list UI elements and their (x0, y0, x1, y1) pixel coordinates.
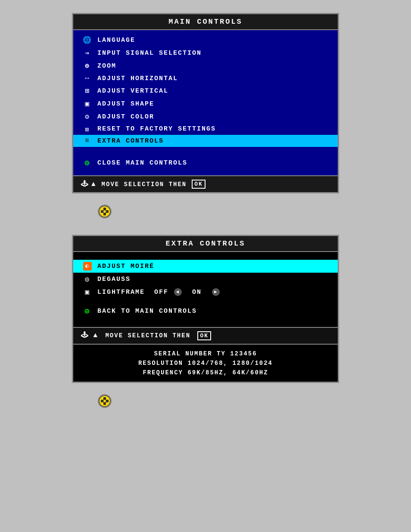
joystick-up-icon: 🕹 (81, 180, 89, 188)
input-signal-icon: ⇒ (81, 49, 94, 57)
close-main-controls-row[interactable]: ⊙ CLOSE MAIN CONTROLS (73, 155, 338, 171)
menu-item-zoom[interactable]: ⊕ ZOOM (73, 59, 338, 72)
back-to-main-row[interactable]: ⊙ BACK TO MAIN CONTROLS (73, 303, 338, 319)
close-main-label: CLOSE MAIN CONTROLS (97, 159, 187, 167)
spacer2 (73, 171, 338, 175)
reset-factory-label: RESET TO FACTORY SETTINGS (97, 125, 216, 133)
main-menu-items: 🌐 LANGUAGE ⇒ INPUT SIGNAL SELECTION ⊕ ZO… (73, 30, 338, 150)
extra-controls-footer: 🕹 ▲ MOVE SELECTION THEN OK (73, 327, 338, 344)
menu-item-adjust-horizontal[interactable]: ↔ ADJUST HORIZONTAL (73, 72, 338, 84)
extra-menu-items: ◐ ADJUST MOIRÉ ◎ DEGAUSS ▣ LIGHTFRAME OF… (73, 252, 338, 327)
input-signal-label: INPUT SIGNAL SELECTION (97, 50, 202, 57)
back-main-label: BACK TO MAIN CONTROLS (97, 308, 197, 315)
footer-joystick-icons: 🕹 ▲ (81, 332, 103, 339)
zoom-icon: ⊕ (81, 62, 94, 70)
svg-point-7 (103, 400, 106, 402)
info-section: SERIAL NUMBER TY 123456 RESOLUTION 1024/… (73, 344, 338, 382)
extra-controls-icon: ≡ (81, 137, 94, 145)
spacer-extra-top (73, 255, 338, 260)
footer-move-label2: MOVE SELECTION THEN (105, 332, 190, 339)
spacer-extra-mid (73, 299, 338, 303)
reset-factory-icon: ▤ (81, 126, 94, 133)
ok-button[interactable]: OK (192, 180, 206, 189)
frequency: FREQUENCY 69K/85HZ, 64K/60HZ (73, 368, 338, 377)
back-icon: ⊙ (81, 306, 94, 316)
adjust-vertical-label: ADJUST VERTICAL (97, 87, 168, 95)
spacer-extra-bot (73, 319, 338, 324)
menu-item-extra-controls[interactable]: ≡ EXTRA CONTROLS (73, 135, 338, 147)
lightframe-label: LIGHTFRAME OFF ◄ ON ► (97, 288, 221, 296)
adjust-moire-label: ADJUST MOIRÉ (97, 263, 154, 270)
language-icon: 🌐 (81, 36, 94, 44)
menu-item-input-signal[interactable]: ⇒ INPUT SIGNAL SELECTION (73, 47, 338, 59)
menu-item-language[interactable]: 🌐 LANGUAGE (73, 34, 338, 47)
menu-item-adjust-shape[interactable]: ▣ ADJUST SHAPE (73, 97, 338, 110)
main-controls-title: MAIN CONTROLS (73, 14, 338, 30)
serial-number: SERIAL NUMBER TY 123456 (73, 349, 338, 358)
svg-point-3 (103, 210, 106, 213)
lightframe-icon: ▣ (81, 288, 94, 296)
extra-controls-label: EXTRA CONTROLS (97, 137, 164, 145)
adjust-shape-label: ADJUST SHAPE (97, 100, 154, 108)
adjust-shape-icon: ▣ (81, 100, 94, 108)
zoom-label: ZOOM (97, 62, 116, 70)
adjust-horizontal-icon: ↔ (81, 75, 94, 82)
adjust-color-label: ADJUST COLOR (97, 113, 154, 121)
joystick-down-icon: ▲ (91, 180, 97, 188)
adjust-horizontal-label: ADJUST HORIZONTAL (97, 75, 178, 82)
spacer1 (73, 150, 338, 155)
resolution: RESOLUTION 1024/768, 1280/1024 (73, 358, 338, 368)
language-label: LANGUAGE (97, 37, 135, 44)
ok-button2[interactable]: OK (197, 331, 211, 340)
degauss-label: DEGAUSS (97, 276, 131, 283)
menu-item-adjust-color[interactable]: ⚙ ADJUST COLOR (73, 110, 338, 123)
extra-controls-title: EXTRA CONTROLS (73, 236, 338, 252)
footer-move-label: MOVE SELECTION THEN (102, 181, 187, 188)
adjust-color-icon: ⚙ (81, 112, 94, 121)
main-controls-footer: 🕹 ▲ MOVE SELECTION THEN OK (73, 175, 338, 192)
menu-item-adjust-vertical[interactable]: ⊞ ADJUST VERTICAL (73, 84, 338, 97)
main-controls-panel: MAIN CONTROLS 🌐 LANGUAGE ⇒ INPUT SIGNAL … (72, 13, 339, 193)
adjust-moire-icon: ◐ (81, 262, 94, 271)
menu-item-adjust-moire[interactable]: ◐ ADJUST MOIRÉ (73, 260, 338, 273)
menu-item-lightframe[interactable]: ▣ LIGHTFRAME OFF ◄ ON ► (73, 286, 338, 299)
joystick-ok-button[interactable] (98, 205, 112, 218)
adjust-vertical-icon: ⊞ (81, 87, 94, 95)
menu-item-reset-factory[interactable]: ▤ RESET TO FACTORY SETTINGS (73, 123, 338, 135)
joystick-ok-button2[interactable] (98, 394, 112, 408)
menu-item-degauss[interactable]: ◎ DEGAUSS (73, 273, 338, 286)
close-icon: ⊙ (81, 158, 94, 168)
degauss-icon: ◎ (81, 275, 94, 283)
extra-controls-panel: EXTRA CONTROLS ◐ ADJUST MOIRÉ ◎ DEGAUSS … (72, 235, 339, 383)
